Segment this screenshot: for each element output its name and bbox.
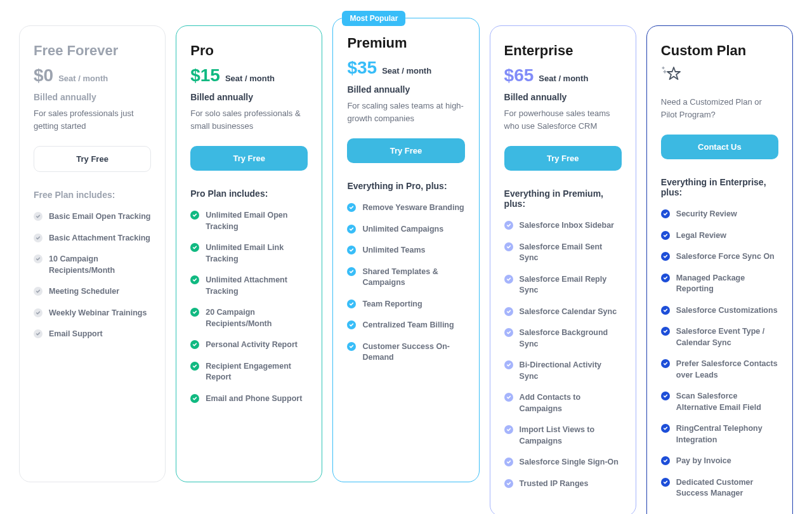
feature-list-enterprise: Salesforce Inbox SidebarSalesforce Email…	[504, 220, 622, 489]
feature-item: Salesforce Background Sync	[504, 327, 622, 350]
feature-label: Unlimited Email Open Tracking	[206, 210, 308, 232]
check-icon	[34, 234, 43, 242]
feature-item: Basic Attachment Tracking	[34, 233, 151, 244]
feature-label: Add Contacts to Campaigns	[520, 392, 622, 414]
feature-label: Salesforce Force Sync On	[676, 251, 775, 263]
check-icon	[504, 479, 513, 488]
check-icon	[661, 359, 670, 368]
feature-item: Salesforce Calendar Sync	[504, 306, 622, 318]
feature-label: Legal Review	[676, 230, 726, 242]
check-icon	[504, 221, 513, 230]
feature-item: Unlimited Campaigns	[347, 224, 464, 235]
most-popular-badge: Most Popular	[342, 11, 405, 26]
price-row: $65 Seat / month	[504, 65, 622, 86]
price-unit: Seat / month	[225, 74, 275, 83]
feature-item: 20 Campaign Recipients/Month	[190, 307, 308, 329]
feature-label: 10 Campaign Recipients/Month	[49, 254, 151, 276]
check-icon	[190, 275, 199, 284]
check-icon	[190, 394, 199, 403]
check-icon	[347, 225, 356, 234]
price-row: $35 Seat / month	[347, 58, 464, 78]
price: $0	[34, 65, 53, 86]
check-icon	[34, 254, 43, 263]
feature-item: Add Contacts to Campaigns	[504, 392, 622, 414]
check-icon	[347, 246, 356, 254]
feature-item: Salesforce Single Sign-On	[504, 457, 622, 468]
check-icon	[504, 425, 513, 434]
feature-item: Basic Email Open Tracking	[34, 211, 151, 223]
try-free-button[interactable]: Try Free	[190, 146, 308, 171]
feature-label: Salesforce Calendar Sync	[520, 306, 617, 318]
check-icon	[347, 320, 356, 329]
price: $65	[504, 65, 534, 86]
plan-desc: For scaling sales teams at high-growth c…	[347, 100, 464, 124]
feature-label: Unlimited Teams	[362, 245, 425, 256]
feature-item: Personal Activity Report	[190, 339, 308, 351]
feature-item: Pay by Invoice	[661, 456, 778, 467]
try-free-button[interactable]: Try Free	[504, 146, 622, 171]
feature-item: Recipient Engagement Report	[190, 361, 308, 383]
feature-label: Email and Phone Support	[206, 393, 302, 405]
plan-desc: Need a Customized Plan or Pilot Program?	[661, 96, 778, 121]
feature-label: 20 Campaign Recipients/Month	[206, 307, 308, 329]
check-icon	[661, 273, 670, 282]
feature-item: Customer Success On-Demand	[347, 341, 464, 364]
feature-item: Trusted IP Ranges	[504, 478, 622, 490]
check-icon	[661, 327, 670, 336]
feature-label: Personal Activity Report	[206, 339, 298, 351]
plan-card-free: Free Forever $0 Seat / month Billed annu…	[19, 25, 166, 482]
feature-label: Pay by Invoice	[676, 456, 731, 467]
feature-item: Prefer Salesforce Contacts over Leads	[661, 359, 778, 381]
feature-item: Scan Salesforce Alternative Email Field	[661, 391, 778, 413]
check-icon	[34, 212, 43, 221]
star-icon	[661, 65, 778, 86]
feature-label: Basic Attachment Tracking	[49, 233, 150, 244]
includes-heading: Everything in Enterprise, plus:	[661, 177, 778, 197]
feature-item: Bi-Directional Activity Sync	[504, 360, 622, 382]
feature-label: Shared Templates & Campaigns	[362, 267, 464, 289]
feature-item: Salesforce Inbox Sidebar	[504, 220, 622, 232]
check-icon	[347, 300, 356, 308]
price-row: $15 Seat / month	[190, 65, 308, 86]
check-icon	[34, 329, 43, 338]
feature-item: Managed Package Reporting	[661, 273, 778, 295]
price-unit: Seat / month	[539, 74, 588, 83]
feature-item: Import List Views to Campaigns	[504, 425, 622, 447]
feature-item: Email and Phone Support	[190, 393, 308, 405]
feature-label: Salesforce Email Reply Sync	[520, 274, 622, 296]
feature-label: Salesforce Background Sync	[520, 327, 622, 350]
feature-label: Dedicated Customer Success Manager	[676, 477, 778, 499]
feature-label: Unlimited Attachment Tracking	[206, 275, 308, 297]
feature-label: Team Reporting	[362, 299, 422, 310]
feature-item: Email Support	[34, 329, 151, 340]
check-icon	[661, 231, 670, 240]
contact-us-button[interactable]: Contact Us	[661, 135, 778, 159]
price: $15	[190, 65, 220, 86]
feature-label: Salesforce Inbox Sidebar	[520, 220, 614, 232]
check-icon	[504, 242, 513, 251]
plan-name: Free Forever	[34, 43, 151, 59]
feature-label: Email Support	[49, 329, 103, 340]
price-row: $0 Seat / month	[34, 65, 151, 86]
feature-label: Trusted IP Ranges	[520, 478, 589, 490]
try-free-button[interactable]: Try Free	[347, 138, 464, 163]
plan-desc: For powerhouse sales teams who use Sales…	[504, 107, 622, 132]
feature-item: Salesforce Event Type / Calendar Sync	[661, 326, 778, 348]
try-free-button[interactable]: Try Free	[34, 146, 151, 172]
feature-item: Unlimited Teams	[347, 245, 464, 256]
check-icon	[504, 360, 513, 369]
check-icon	[504, 328, 513, 337]
plan-name: Custom Plan	[661, 43, 778, 59]
pricing-grid: Free Forever $0 Seat / month Billed annu…	[19, 25, 793, 514]
feature-label: Meeting Scheduler	[49, 286, 119, 298]
feature-label: Scan Salesforce Alternative Email Field	[676, 391, 778, 413]
feature-item: Salesforce Email Reply Sync	[504, 274, 622, 296]
feature-item: RingCentral Telephony Integration	[661, 423, 778, 445]
feature-label: Security Review	[676, 209, 737, 220]
plan-card-premium: Most Popular Premium $35 Seat / month Bi…	[332, 18, 479, 482]
feature-label: Salesforce Customizations	[676, 305, 778, 317]
check-icon	[661, 209, 670, 218]
plan-desc: For sales professionals just getting sta…	[34, 107, 151, 132]
feature-label: Unlimited Campaigns	[362, 224, 443, 235]
feature-item: Dedicated Customer Success Manager	[661, 477, 778, 499]
